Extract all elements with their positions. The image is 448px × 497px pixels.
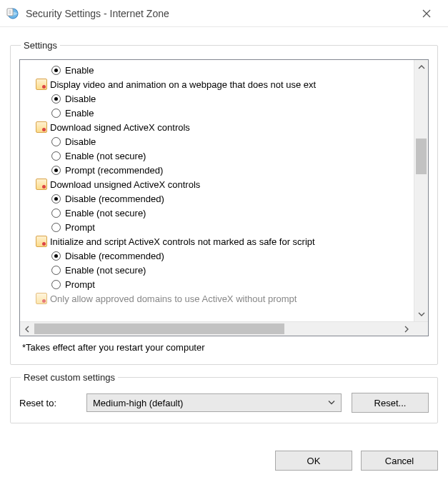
option-label: Enable (not secure) <box>65 265 146 276</box>
reset-to-label: Reset to: <box>19 398 76 408</box>
chevron-down-icon <box>418 311 425 318</box>
dropdown-caret-icon <box>328 398 335 408</box>
chevron-right-icon <box>403 326 410 333</box>
reset-legend: Reset custom settings <box>21 372 118 383</box>
radio-icon <box>51 137 61 146</box>
radio-option[interactable]: Prompt (recommended) <box>20 163 414 177</box>
reset-button[interactable]: Reset... <box>352 393 429 413</box>
radio-icon <box>51 280 61 289</box>
radio-icon <box>51 266 61 275</box>
cancel-button-label: Cancel <box>385 456 414 466</box>
internet-options-icon <box>6 6 20 21</box>
settings-tree: Enable Display video and animation on a … <box>19 59 429 336</box>
reset-button-label: Reset... <box>374 398 407 408</box>
scroll-hthumb[interactable] <box>34 323 284 334</box>
horizontal-scrollbar[interactable] <box>20 321 428 336</box>
radio-icon <box>51 94 61 104</box>
radio-option[interactable]: Enable <box>20 63 414 77</box>
radio-option[interactable]: Enable (not secure) <box>20 206 414 220</box>
radio-icon <box>51 194 61 204</box>
category-row[interactable]: Display video and animation on a webpage… <box>20 77 414 91</box>
radio-icon <box>51 109 61 118</box>
vertical-scrollbar[interactable] <box>414 60 428 321</box>
scroll-thumb[interactable] <box>416 139 427 174</box>
radio-option[interactable]: Enable (not secure) <box>20 149 414 163</box>
radio-icon <box>51 251 61 261</box>
option-label: Prompt <box>65 222 95 233</box>
category-label: Only allow approved domains to use Activ… <box>50 293 297 304</box>
radio-option[interactable]: Prompt <box>20 220 414 234</box>
scroll-htrack[interactable] <box>34 322 399 336</box>
category-row[interactable]: Only allow approved domains to use Activ… <box>20 291 414 306</box>
activex-category-icon <box>36 293 47 304</box>
radio-option[interactable]: Enable <box>20 106 414 120</box>
option-label: Prompt <box>65 279 95 290</box>
category-row[interactable]: Download unsigned ActiveX controls <box>20 177 414 191</box>
option-label: Disable (recommended) <box>65 251 164 261</box>
option-label: Disable <box>65 94 96 104</box>
title-bar: Security Settings - Internet Zone <box>0 0 448 27</box>
radio-icon <box>51 151 61 161</box>
category-label: Download signed ActiveX controls <box>50 122 190 133</box>
option-label: Disable (recommended) <box>65 194 164 204</box>
cancel-button[interactable]: Cancel <box>361 451 438 471</box>
reset-group: Reset custom settings Reset to: Medium-h… <box>10 372 438 423</box>
ok-button-label: OK <box>307 456 321 466</box>
scroll-down-arrow[interactable] <box>414 307 428 321</box>
close-icon <box>422 9 431 18</box>
radio-option[interactable]: Disable (recommended) <box>20 248 414 263</box>
category-label: Download unsigned ActiveX controls <box>50 179 200 190</box>
activex-category-icon <box>36 236 47 247</box>
category-label: Initialize and script ActiveX controls n… <box>50 236 315 247</box>
activex-category-icon <box>36 179 47 190</box>
activex-category-icon <box>36 79 47 90</box>
radio-icon <box>51 223 61 232</box>
dialog-body: Settings Enable Display video and animat… <box>0 27 448 433</box>
option-label: Prompt (recommended) <box>65 165 163 176</box>
ok-button[interactable]: OK <box>275 451 352 471</box>
scroll-track[interactable] <box>414 74 428 307</box>
scroll-right-arrow[interactable] <box>399 322 414 336</box>
reset-level-value: Medium-high (default) <box>93 398 183 408</box>
radio-icon <box>51 209 61 218</box>
settings-group: Settings Enable Display video and animat… <box>10 40 438 365</box>
radio-icon <box>51 66 61 75</box>
category-row[interactable]: Download signed ActiveX controls <box>20 120 414 134</box>
category-label: Display video and animation on a webpage… <box>50 79 316 90</box>
radio-option[interactable]: Disable <box>20 91 414 106</box>
settings-legend: Settings <box>21 40 60 51</box>
settings-tree-content[interactable]: Enable Display video and animation on a … <box>20 60 414 321</box>
scroll-corner <box>414 322 428 336</box>
scroll-up-arrow[interactable] <box>414 60 428 74</box>
activex-category-icon <box>36 121 47 133</box>
chevron-up-icon <box>418 64 425 71</box>
scroll-left-arrow[interactable] <box>20 322 34 336</box>
restart-note: *Takes effect after you restart your com… <box>22 342 429 353</box>
radio-option[interactable]: Disable <box>20 134 414 149</box>
close-button[interactable] <box>412 3 441 24</box>
radio-icon <box>51 166 61 175</box>
radio-option[interactable]: Prompt <box>20 277 414 291</box>
dialog-footer: OK Cancel <box>0 433 448 471</box>
option-label: Enable (not secure) <box>65 151 146 161</box>
reset-level-select[interactable]: Medium-high (default) <box>86 393 342 412</box>
window-title: Security Settings - Internet Zone <box>26 8 412 19</box>
category-row[interactable]: Initialize and script ActiveX controls n… <box>20 234 414 248</box>
option-label: Disable <box>65 136 96 147</box>
option-label: Enable <box>65 108 94 119</box>
radio-option[interactable]: Disable (recommended) <box>20 191 414 206</box>
option-label: Enable <box>65 65 94 76</box>
chevron-left-icon <box>24 326 31 333</box>
option-label: Enable (not secure) <box>65 208 146 219</box>
radio-option[interactable]: Enable (not secure) <box>20 263 414 277</box>
